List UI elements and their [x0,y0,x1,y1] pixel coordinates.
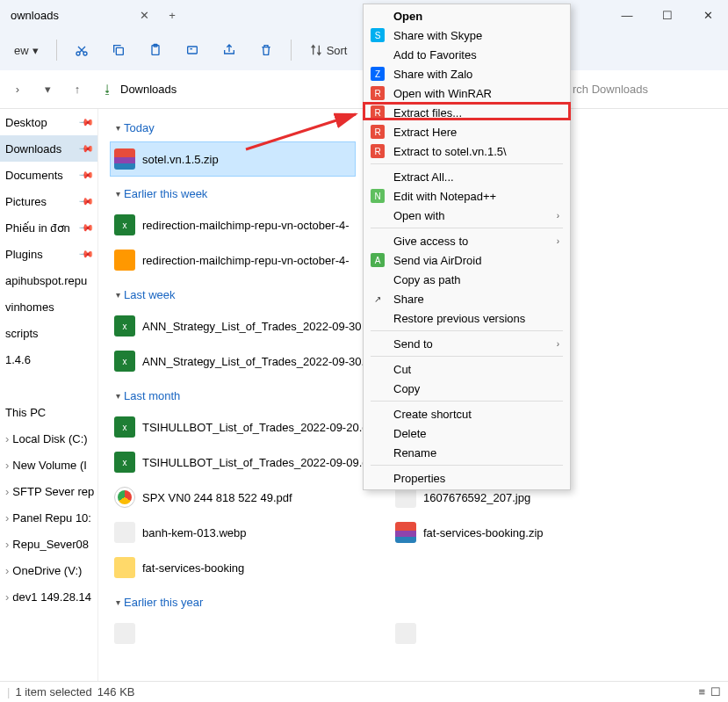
tab-close-icon[interactable]: ✕ [140,9,149,22]
menu-item-icon: N [371,189,385,203]
menu-item[interactable]: Open with› [364,206,570,225]
menu-item[interactable]: NEdit with Notepad++ [364,186,570,206]
window-controls: — ☐ ✕ [607,0,728,30]
menu-item-icon: ↗ [371,292,385,306]
recent-dropdown[interactable]: ▾ [35,77,60,102]
new-tab-button[interactable]: + [158,0,186,30]
details-view-button[interactable]: ≡ [698,685,705,698]
sidebar-item[interactable]: ›New Volume (I [0,452,97,478]
menu-item[interactable]: Add to Favorites [364,45,570,64]
sidebar-item[interactable]: This PC [0,399,97,425]
menu-item[interactable]: RExtract to sotel.vn.1.5\ [364,141,570,161]
menu-item[interactable]: Delete [364,423,570,443]
sidebar-item-label: SFTP Sever rep [12,485,94,498]
share-button[interactable] [213,38,245,62]
menu-item[interactable]: ASend via AirDroid [364,250,570,270]
menu-separator [371,228,563,228]
menu-item[interactable]: Rename [364,443,570,462]
sidebar-item[interactable]: Desktop📌 [0,109,97,135]
menu-item-icon: R [371,144,385,158]
menu-item-label: Open with WinRAR [393,87,492,100]
menu-item-label: Send to [393,337,433,351]
file-item[interactable] [395,616,641,651]
sidebar-item[interactable]: apihubspot.repu [0,267,97,293]
search-input[interactable]: rch Downloads [565,76,723,104]
menu-item[interactable]: Cut [364,359,570,379]
window-tab[interactable]: ownloads ✕ [0,0,158,30]
sidebar-item[interactable]: 1.4.6 [0,346,97,373]
menu-item[interactable]: Give access to› [364,231,570,250]
menu-item[interactable]: ZShare with Zalo [364,64,570,83]
breadcrumb-segment[interactable]: Downloads [120,83,177,96]
sidebar-item-label: dev1 149.28.14 [12,590,91,604]
sidebar-item[interactable]: Downloads📌 [0,135,97,162]
svg-rect-5 [187,47,197,54]
img-icon [395,623,416,644]
new-button[interactable]: ew ▾ [5,39,47,62]
file-item[interactable]: fat-services-booking [114,550,360,585]
menu-item[interactable]: Create shortcut [364,404,570,423]
sidebar-item[interactable]: scripts [0,320,97,346]
sort-button[interactable]: Sort [300,38,357,62]
sidebar-item[interactable]: Plugins📌 [0,241,97,267]
copy-button[interactable] [103,38,134,62]
sidebar-item[interactable]: ›Panel Repu 10: [0,504,97,531]
cut-button[interactable] [66,38,97,62]
menu-item[interactable]: Extract All... [364,167,570,186]
group-header[interactable]: ▾Earlier this year [114,589,712,616]
sidebar-item-label: Desktop [5,116,47,129]
menu-item-label: Extract to sotel.vn.1.5\ [393,145,507,158]
sidebar-item[interactable]: vinhomes [0,293,97,320]
close-window-button[interactable]: ✕ [688,0,728,30]
file-item[interactable]: fat-services-booking.zip [395,515,641,550]
file-item[interactable]: banh-kem-013.webp [114,515,360,550]
sidebar-item[interactable]: Documents📌 [0,162,97,188]
menu-item[interactable]: ↗Share [364,289,570,308]
menu-item[interactable]: RExtract files... [364,103,570,122]
chevron-down-icon: ▾ [116,597,120,607]
sidebar-item-label: Panel Repu 10: [12,511,91,525]
maximize-button[interactable]: ☐ [647,0,688,30]
menu-item[interactable]: SShare with Skype [364,25,570,45]
sidebar-item[interactable]: ›Repu_Sever08 [0,531,97,557]
menu-item[interactable]: ROpen with WinRAR [364,83,570,103]
file-item[interactable]: ANN_Strategy_List_of_Trades_2022-09-30.c… [114,344,376,379]
paste-button[interactable] [140,38,171,62]
sidebar-item[interactable]: ›dev1 149.28.14 [0,583,97,610]
chevron-down-icon: ▾ [116,123,120,133]
sidebar-item[interactable]: ›SFTP Sever rep [0,478,97,504]
file-item[interactable]: TSIHULLBOT_List_of_Trades_2022-09-09.csv [114,445,379,480]
sidebar-item[interactable]: ›Local Disk (C:) [0,425,97,452]
menu-item[interactable]: Copy [364,379,570,398]
up-button[interactable]: ↑ [65,77,90,102]
file-name: TSIHULLBOT_List_of_Trades_2022-09-09.csv [142,456,379,469]
delete-button[interactable] [250,38,282,62]
menu-item[interactable]: Copy as path [364,270,570,289]
sidebar-item[interactable]: ›OneDrive (V:) [0,557,97,583]
file-item[interactable]: SPX VN0 244 818 522 49.pdf [114,480,360,515]
menu-item[interactable]: Send to› [364,334,570,353]
menu-item[interactable]: Restore previous versions [364,308,570,328]
rename-button[interactable] [177,38,208,62]
sidebar-item[interactable] [0,373,97,399]
menu-item[interactable]: Properties [364,468,570,488]
sidebar-item[interactable]: Phiếu in đơn📌 [0,214,97,241]
file-item[interactable]: ANN_Strategy_List_of_Trades_2022-09-30 (… [114,308,375,344]
sidebar-item[interactable]: Pictures📌 [0,188,97,214]
menu-separator [371,465,563,466]
sidebar-item-label: This PC [5,406,46,419]
file-item[interactable]: sotel.vn.1.5.zip [110,141,356,177]
file-item[interactable]: redirection-mailchimp-repu-vn-october-4- [114,242,360,278]
minimize-button[interactable]: — [607,0,647,30]
file-item[interactable] [114,616,360,651]
menu-item[interactable]: Open [364,6,570,25]
xls-icon [114,315,135,337]
file-item[interactable]: TSIHULLBOT_List_of_Trades_2022-09-20.csv [114,409,379,445]
file-item[interactable]: redirection-mailchimp-repu-vn-october-4- [114,207,360,242]
group-header-label: Earlier this week [124,187,207,200]
menu-item[interactable]: RExtract Here [364,122,570,141]
status-divider: | [7,685,10,698]
tiles-view-button[interactable]: ☐ [710,685,721,698]
svg-rect-2 [116,47,123,54]
back-button[interactable]: › [5,77,30,102]
